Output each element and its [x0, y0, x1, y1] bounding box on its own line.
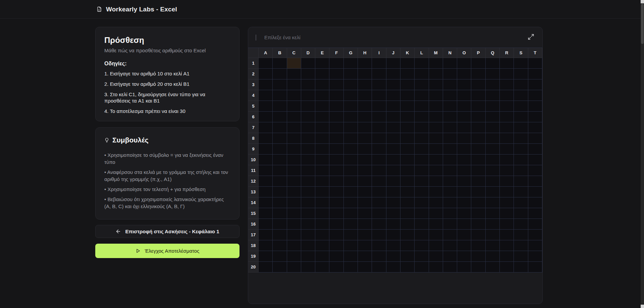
cell-Q7[interactable]: [486, 122, 500, 133]
cell-S4[interactable]: [514, 90, 528, 101]
cell-T17[interactable]: [528, 230, 542, 240]
cell-S15[interactable]: [514, 208, 528, 219]
cell-R8[interactable]: [500, 133, 514, 144]
cell-A16[interactable]: [259, 219, 273, 230]
cell-J13[interactable]: [386, 187, 400, 197]
cell-H1[interactable]: [358, 58, 372, 69]
cell-B6[interactable]: [273, 112, 287, 122]
cell-H19[interactable]: [358, 251, 372, 262]
cell-N3[interactable]: [443, 79, 457, 90]
cell-E9[interactable]: [315, 144, 329, 155]
cell-N18[interactable]: [443, 240, 457, 251]
cell-T1[interactable]: [528, 58, 542, 69]
cell-P13[interactable]: [471, 187, 485, 197]
cell-C1[interactable]: [287, 58, 301, 69]
cell-C16[interactable]: [287, 219, 301, 230]
cell-A10[interactable]: [259, 155, 273, 165]
cell-B15[interactable]: [273, 208, 287, 219]
cell-Q10[interactable]: [486, 155, 500, 165]
cell-R19[interactable]: [500, 251, 514, 262]
cell-L11[interactable]: [415, 165, 429, 176]
cell-G19[interactable]: [344, 251, 358, 262]
cell-B12[interactable]: [273, 176, 287, 187]
cell-M8[interactable]: [429, 133, 443, 144]
cell-N7[interactable]: [443, 122, 457, 133]
cell-I8[interactable]: [372, 133, 386, 144]
cell-C17[interactable]: [287, 230, 301, 240]
cell-J7[interactable]: [386, 122, 400, 133]
cell-I16[interactable]: [372, 219, 386, 230]
cell-I10[interactable]: [372, 155, 386, 165]
scrollbar-down-button[interactable]: [641, 305, 644, 308]
cell-S3[interactable]: [514, 79, 528, 90]
cell-N9[interactable]: [443, 144, 457, 155]
cell-A19[interactable]: [259, 251, 273, 262]
cell-H2[interactable]: [358, 69, 372, 79]
cell-O10[interactable]: [457, 155, 471, 165]
cell-E19[interactable]: [315, 251, 329, 262]
cell-A6[interactable]: [259, 112, 273, 122]
column-header-O[interactable]: O: [457, 48, 471, 58]
cell-O16[interactable]: [457, 219, 471, 230]
cell-B14[interactable]: [273, 197, 287, 208]
cell-K8[interactable]: [400, 133, 415, 144]
cell-A17[interactable]: [259, 230, 273, 240]
cell-P15[interactable]: [471, 208, 485, 219]
cell-P19[interactable]: [471, 251, 485, 262]
cell-D6[interactable]: [301, 112, 315, 122]
cell-B11[interactable]: [273, 165, 287, 176]
cell-N1[interactable]: [443, 58, 457, 69]
cell-N19[interactable]: [443, 251, 457, 262]
cell-M13[interactable]: [429, 187, 443, 197]
cell-T19[interactable]: [528, 251, 542, 262]
cell-C3[interactable]: [287, 79, 301, 90]
cell-B20[interactable]: [273, 262, 287, 272]
cell-O17[interactable]: [457, 230, 471, 240]
cell-R3[interactable]: [500, 79, 514, 90]
cell-J11[interactable]: [386, 165, 400, 176]
cell-Q12[interactable]: [486, 176, 500, 187]
cell-Q6[interactable]: [486, 112, 500, 122]
cell-C14[interactable]: [287, 197, 301, 208]
cell-J14[interactable]: [386, 197, 400, 208]
cell-R10[interactable]: [500, 155, 514, 165]
cell-C10[interactable]: [287, 155, 301, 165]
cell-C13[interactable]: [287, 187, 301, 197]
cell-G14[interactable]: [344, 197, 358, 208]
cell-M7[interactable]: [429, 122, 443, 133]
cell-K2[interactable]: [400, 69, 415, 79]
cell-F13[interactable]: [329, 187, 343, 197]
cell-L4[interactable]: [415, 90, 429, 101]
cell-O12[interactable]: [457, 176, 471, 187]
cell-J4[interactable]: [386, 90, 400, 101]
cell-Q4[interactable]: [486, 90, 500, 101]
cell-J9[interactable]: [386, 144, 400, 155]
cell-B17[interactable]: [273, 230, 287, 240]
cell-Q17[interactable]: [486, 230, 500, 240]
cell-P6[interactable]: [471, 112, 485, 122]
cell-G13[interactable]: [344, 187, 358, 197]
cell-I7[interactable]: [372, 122, 386, 133]
column-header-S[interactable]: S: [514, 48, 528, 58]
cell-K13[interactable]: [400, 187, 415, 197]
cell-T18[interactable]: [528, 240, 542, 251]
cell-H11[interactable]: [358, 165, 372, 176]
cell-L9[interactable]: [415, 144, 429, 155]
cell-L3[interactable]: [415, 79, 429, 90]
cell-A13[interactable]: [259, 187, 273, 197]
cell-A12[interactable]: [259, 176, 273, 187]
cell-F10[interactable]: [329, 155, 343, 165]
cell-O19[interactable]: [457, 251, 471, 262]
cell-D9[interactable]: [301, 144, 315, 155]
cell-F11[interactable]: [329, 165, 343, 176]
cell-N17[interactable]: [443, 230, 457, 240]
cell-R17[interactable]: [500, 230, 514, 240]
cell-F1[interactable]: [329, 58, 343, 69]
cell-I1[interactable]: [372, 58, 386, 69]
cell-M18[interactable]: [429, 240, 443, 251]
cell-M11[interactable]: [429, 165, 443, 176]
cell-P20[interactable]: [471, 262, 485, 272]
cell-G18[interactable]: [344, 240, 358, 251]
cell-T11[interactable]: [528, 165, 542, 176]
cell-O14[interactable]: [457, 197, 471, 208]
